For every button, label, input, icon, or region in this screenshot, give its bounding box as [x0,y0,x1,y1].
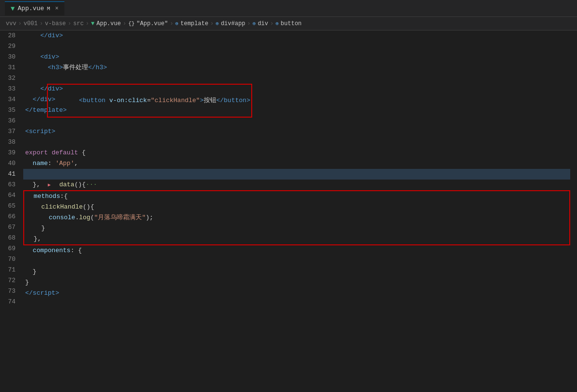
breadcrumb-src: src [73,20,84,27]
breadcrumb-sep-9: › [270,20,273,27]
line-num-71: 71 [4,265,15,275]
line-num-63: 63 [4,180,15,190]
code-area: </div> <div> <h3>事件处理</h3> <button v-on:… [23,30,570,392]
breadcrumb-template: template [181,20,209,27]
code-line-37: <script> [23,126,570,137]
code-line-41: ▶ data(){··· [23,169,570,180]
code-line-65: clickHandle(){ [24,202,569,212]
breadcrumb-appvue-label: "App.vue" [137,20,168,27]
code-line-72: } [23,277,570,288]
editor-tab[interactable]: ▼ App.vue M × [5,1,64,15]
breadcrumb-divapp: div#app [221,20,245,27]
line-num-40: 40 [4,158,15,169]
line-num-66: 66 [4,211,15,222]
editor: 28 29 30 31 32 33 34 35 36 37 38 39 40 4… [0,30,577,392]
code-line-66: console.log("月落乌啼霜满天"); [24,212,569,223]
breadcrumb: vvv › v001 › v-base › src › ▼ App.vue › … [0,17,577,30]
breadcrumb-sep-8: › [247,20,251,27]
line-num-35: 35 [4,105,15,116]
methods-block: methods:{ clickHandle(){ console.log("月落… [23,190,570,245]
line-numbers: 28 29 30 31 32 33 34 35 36 37 38 39 40 4… [0,30,23,392]
code-line-69: components: { [23,245,570,256]
tab-close-button[interactable]: × [55,5,59,12]
line-num-28: 28 [4,30,15,41]
breadcrumb-tag-icon-1: ⊕ [175,20,179,27]
line-num-34: 34 [4,94,15,105]
vue-icon: ▼ [11,5,15,13]
line-num-29: 29 [4,41,15,52]
line-num-39: 39 [4,148,15,158]
line-num-74: 74 [4,297,15,307]
breadcrumb-sep-1: › [18,20,22,27]
breadcrumb-vue-icon: ▼ [91,20,94,27]
code-line-29 [23,41,570,52]
line-num-67: 67 [4,222,15,233]
breadcrumb-tag-icon-2: ⊕ [216,20,219,27]
code-line-38 [23,137,570,148]
line-num-70: 70 [4,254,15,265]
breadcrumb-button: button [281,20,302,27]
code-line-68: }, [24,234,569,244]
breadcrumb-div: div [258,20,268,27]
breadcrumb-sep-2: › [40,20,43,27]
tab-modified-indicator: M [47,6,50,12]
line-num-31: 31 [4,62,15,73]
line-num-36: 36 [4,116,15,126]
tab-filename: App.vue [17,5,44,12]
breadcrumb-v001: v001 [24,20,38,27]
breadcrumb-tag-icon-4: ⊕ [275,20,279,27]
code-line-64: methods:{ [24,191,569,202]
code-line-40: name: 'App', [23,158,570,169]
breadcrumb-sep-6: › [170,20,173,27]
code-line-31: <h3>事件处理</h3> [23,62,570,73]
breadcrumb-sep-3: › [68,20,71,27]
code-line-63: }, [23,180,570,190]
line-num-33: 33 [4,84,15,94]
code-line-39: export default { [23,148,570,158]
line-num-65: 65 [4,201,15,211]
code-line-32: <button v-on:click="clickHandle">按钮</but… [23,73,570,84]
breadcrumb-appvue: App.vue [96,20,121,27]
line-num-72: 72 [4,275,15,286]
code-line-30: <div> [23,52,570,62]
line-num-64: 64 [4,190,15,201]
breadcrumb-vvv: vvv [6,20,16,27]
code-line-74 [23,299,570,309]
line-num-73: 73 [4,286,15,297]
code-line-73: </script> [23,288,570,299]
code-line-70 [23,256,570,267]
breadcrumb-vbase: v-base [45,20,66,27]
code-line-71: } [23,267,570,277]
breadcrumb-sep-7: › [210,20,213,27]
line-num-37: 37 [4,126,15,137]
line-num-69: 69 [4,243,15,254]
breadcrumb-sep-4: › [86,20,89,27]
line-num-32: 32 [4,73,15,84]
line-num-30: 30 [4,52,15,62]
line-num-38: 38 [4,137,15,148]
breadcrumb-tag-icon-3: ⊕ [253,20,256,27]
line-num-41: 41 [4,169,15,180]
code-line-67: } [24,223,569,234]
scrollbar[interactable] [570,30,577,392]
breadcrumb-sep-5: › [123,20,126,27]
code-line-28: </div> [23,30,570,41]
title-bar: ▼ App.vue M × [0,0,577,17]
breadcrumb-obj-icon: {} [128,21,135,27]
line-num-68: 68 [4,233,15,243]
